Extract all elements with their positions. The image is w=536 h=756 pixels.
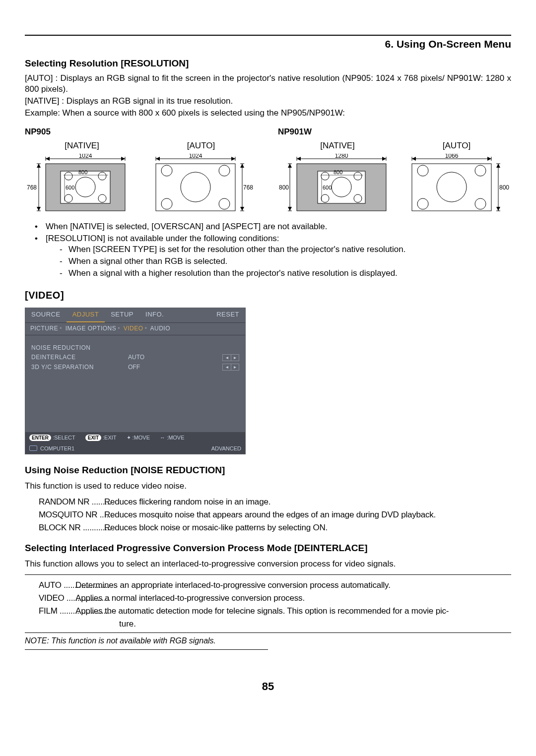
- osd-item-label: DEINTERLACE: [31, 354, 128, 362]
- body-paragraph: [NATIVE] : Displays an RGB signal in its…: [25, 96, 511, 107]
- dash-item: When [SCREEN TYPE] is set for the resolu…: [60, 244, 511, 255]
- svg-marker-38: [297, 157, 301, 161]
- menu-mode: ADVANCED: [211, 445, 241, 452]
- dim-h: 800: [279, 184, 289, 191]
- definition-row: AUTO ..................... Determines an…: [39, 580, 511, 591]
- definition-desc: Reduces block noise or mosaic-like patte…: [102, 522, 511, 533]
- osd-item-label: NOISE REDUCTION: [31, 344, 128, 352]
- definition-desc: Applies a normal interlaced-to-progressi…: [73, 593, 511, 604]
- chapter-title: 6. Using On-Screen Menu: [25, 37, 511, 51]
- svg-marker-3: [46, 157, 50, 161]
- definition-row: BLOCK NR ............. Reduces block noi…: [39, 522, 511, 533]
- sub-heading-deinterlace: Selecting Interlaced Progressive Convers…: [25, 542, 511, 555]
- definition-row: MOSQUITO NR ...... Reduces mosquito nois…: [39, 509, 511, 520]
- definition-term: RANDOM NR .........: [39, 497, 102, 507]
- osd-item-noise-reduction[interactable]: NOISE REDUCTION: [31, 344, 239, 352]
- svg-marker-9: [37, 207, 41, 211]
- osd-tab-info[interactable]: INFO.: [139, 308, 170, 322]
- osd-item-deinterlace[interactable]: DEINTERLACE AUTO ◂▸: [31, 354, 239, 362]
- definition-desc: Reduces mosquito noise that appears arou…: [102, 509, 511, 520]
- body-paragraph: Example: When a source with 800 x 600 pi…: [25, 108, 511, 119]
- svg-marker-63: [496, 207, 500, 211]
- definition-row: FILM ....................... Applies the…: [39, 606, 511, 617]
- osd-body: NOISE REDUCTION DEINTERLACE AUTO ◂▸ 3D Y…: [25, 335, 245, 432]
- osd-sub-audio[interactable]: AUDIO: [150, 325, 171, 332]
- osd-menu: SOURCE ADJUST SETUP INFO. RESET PICTURE•…: [25, 308, 246, 454]
- svg-marker-27: [240, 164, 244, 168]
- diagram-mode-label: [NATIVE]: [278, 140, 397, 151]
- resolution-diagrams: NP905 [NATIVE] 1024: [25, 126, 511, 213]
- definition-term: BLOCK NR .............: [39, 522, 102, 533]
- diagram-mode-label: [AUTO]: [402, 140, 511, 151]
- osd-item-label: 3D Y/C SEPARATION: [31, 364, 128, 372]
- definition-term: AUTO .....................: [39, 580, 73, 591]
- dim-w: 1024: [189, 154, 202, 159]
- sub-heading-noise-reduction: Using Noise Reduction [NOISE REDUCTION]: [25, 464, 511, 477]
- horizontal-rule: [25, 632, 511, 633]
- dim-w: 1280: [335, 154, 348, 159]
- body-paragraph: [AUTO] : Displays an RGB signal to fit t…: [25, 73, 511, 95]
- horizontal-rule: [25, 574, 511, 575]
- osd-sub-picture[interactable]: PICTURE: [30, 325, 58, 332]
- osd-sub-image-options[interactable]: IMAGE OPTIONS: [66, 325, 117, 332]
- np901w-auto: [AUTO] 1066 800: [402, 140, 511, 213]
- dash-item: When a signal other than RGB is selected…: [60, 256, 511, 267]
- horizontal-rule: [25, 649, 268, 650]
- diagram-np905-native: 1024 768: [25, 154, 134, 213]
- svg-marker-8: [37, 164, 41, 168]
- resolution-bullets: When [NATIVE] is selected, [OVERSCAN] an…: [35, 221, 511, 279]
- section-heading-video: [VIDEO]: [25, 289, 511, 302]
- page-number: 85: [25, 680, 511, 694]
- osd-tab-adjust[interactable]: ADJUST: [67, 308, 105, 322]
- dim-h: 768: [243, 184, 253, 191]
- np901w-native: [NATIVE] 1280 800: [278, 140, 397, 213]
- osd-tab-setup[interactable]: SETUP: [105, 308, 139, 322]
- definition-desc: Reduces flickering random noise in an im…: [102, 497, 511, 507]
- section-heading-resolution: Selecting Resolution [RESOLUTION]: [25, 58, 511, 70]
- enter-key-icon: ENTER: [29, 435, 51, 441]
- diagram-mode-label: [AUTO]: [144, 140, 258, 151]
- svg-marker-4: [121, 157, 125, 161]
- definition-row: VIDEO .................... Applies a nor…: [39, 593, 511, 604]
- svg-marker-23: [231, 157, 235, 161]
- osd-item-value: OFF: [128, 364, 183, 372]
- osd-tab-source[interactable]: SOURCE: [25, 308, 67, 322]
- svg-marker-28: [240, 207, 244, 211]
- osd-tab-reset[interactable]: RESET: [210, 308, 245, 322]
- deinterlace-definitions: AUTO ..................... Determines an…: [39, 580, 511, 630]
- definition-term: VIDEO ....................: [39, 593, 73, 604]
- osd-tabs: SOURCE ADJUST SETUP INFO. RESET: [25, 308, 245, 323]
- hint-exit: EXIT:EXIT: [85, 434, 117, 441]
- hint-move-horizontal: ↔ :MOVE: [160, 434, 185, 441]
- definition-term: FILM .......................: [39, 606, 73, 617]
- dim-h: 768: [27, 184, 37, 191]
- exit-key-icon: EXIT: [85, 435, 101, 441]
- dim-w: 1066: [445, 154, 459, 159]
- hint-select: ENTER:SELECT: [29, 434, 75, 441]
- definition-desc: Determines an appropriate interlaced-to-…: [73, 580, 511, 591]
- dim-h: 800: [499, 184, 509, 191]
- model-name-label: NP901W: [278, 126, 511, 137]
- osd-item-value: AUTO: [128, 354, 183, 362]
- definition-term: MOSQUITO NR ......: [39, 509, 102, 520]
- osd-footer-hints: ENTER:SELECT EXIT:EXIT ✦ :MOVE ↔ :MOVE: [25, 432, 245, 443]
- osd-sub-video[interactable]: VIDEO: [124, 325, 143, 332]
- dim-inner-h: 600: [66, 185, 74, 190]
- model-np905: NP905 [NATIVE] 1024: [25, 126, 258, 213]
- left-right-selector-icon[interactable]: ◂▸: [222, 354, 239, 361]
- osd-item-separation[interactable]: 3D Y/C SEPARATION OFF ◂▸: [31, 364, 239, 372]
- definition-desc: Applies the automatic detection mode for…: [73, 606, 511, 617]
- hint-move-vertical: ✦ :MOVE: [127, 434, 150, 441]
- osd-footer-status: COMPUTER1 ADVANCED: [25, 443, 245, 454]
- body-paragraph: This function allows you to select an in…: [25, 559, 511, 569]
- diagram-np901w-native: 1280 800 800 600: [278, 154, 397, 213]
- svg-marker-44: [288, 207, 292, 211]
- osd-sub-tabs: PICTURE• IMAGE OPTIONS• VIDEO• AUDIO: [25, 323, 245, 335]
- dash-item: When a signal with a higher resolution t…: [60, 268, 511, 279]
- svg-marker-58: [487, 157, 491, 161]
- svg-marker-39: [382, 157, 386, 161]
- noise-reduction-definitions: RANDOM NR ......... Reduces flickering r…: [39, 497, 511, 533]
- diagram-mode-label: [NATIVE]: [25, 140, 139, 151]
- left-right-selector-icon[interactable]: ◂▸: [222, 364, 239, 371]
- bullet-text: [RESOLUTION] is not available under the …: [46, 234, 279, 243]
